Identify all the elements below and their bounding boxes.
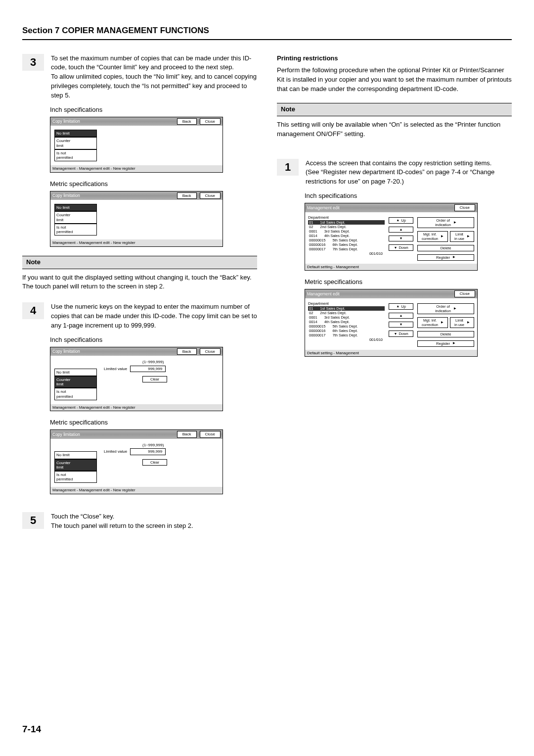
register-button[interactable]: Register [417,254,474,261]
limit-in-use-button[interactable]: Limit in use [450,231,474,242]
limited-value-label: Limited value [104,449,127,454]
section-header: Section 7 COPIER MANAGEMENT FUNCTIONS [22,25,512,40]
step-4: 4 Use the numeric keys on the keypad to … [22,302,257,331]
close-button[interactable]: Close [200,431,221,438]
close-button[interactable]: Close [454,204,475,211]
metric-spec-label: Metric specifications [50,418,257,427]
table-row[interactable]: 00144th Sales Dept. [308,234,385,238]
note-heading: Note [22,256,257,269]
step-3: 3 To set the maximum number of copies th… [22,54,257,100]
up-button[interactable]: ▲Up [389,217,413,224]
up-triangle-icon: ▲ [400,228,403,232]
counter-limit-option[interactable]: Counter limit [54,376,97,388]
up-button[interactable]: ▲Up [389,303,413,310]
down-button[interactable]: ▼Down [389,331,413,337]
step-1: 1 Access the screen that contains the co… [277,159,512,187]
table-row[interactable]: 000000155th Sales Dept. [308,238,385,242]
limit-in-use-button[interactable]: Limit in use [450,317,474,328]
panel-header: Copy limitation Back Close [50,191,222,200]
table-row[interactable]: 000000177th Sales Dept. [308,247,385,251]
no-limit-option[interactable]: No limit [54,204,97,211]
panel-breadcrumb: Management - Management edit - New regis… [50,165,222,172]
no-limit-option[interactable]: No limit [54,130,97,137]
back-button[interactable]: Back [177,431,197,438]
table-row[interactable]: 000000166th Sales Dept. [308,242,385,247]
up-triangle-icon: ▲ [400,314,403,318]
down-button[interactable]: ▼Down [389,244,413,251]
back-button[interactable]: Back [177,348,197,355]
panel-title: Copy limitation [52,432,174,437]
register-button[interactable]: Register [417,340,474,347]
panel-title: Copy limitation [52,193,174,198]
clear-button[interactable]: Clear [142,376,167,382]
back-button[interactable]: Back [177,118,197,125]
not-permitted-option[interactable]: Is not permitted [54,224,97,236]
up-triangle-icon: ▲ [396,218,400,222]
step-text: Use the numeric keys on the keypad to en… [51,302,257,331]
up-triangle-icon: ▲ [396,304,400,308]
table-row[interactable]: 011st Sales Dept. [308,306,385,311]
inch-spec-label: Inch specifications [305,191,512,201]
scroll-down-button[interactable]: ▼ [389,236,413,241]
close-button[interactable]: Close [200,192,221,199]
panel-breadcrumb: Management - Management edit - New regis… [50,239,222,246]
panel-header: Management edit Close [305,203,477,212]
down-triangle-icon: ▼ [400,236,403,240]
not-permitted-option[interactable]: Is not permitted [54,388,97,400]
panel-header: Copy limitation Back Close [50,347,222,356]
table-row[interactable]: 022nd Sales Dept. [308,311,385,315]
step-number: 4 [22,302,44,319]
back-button[interactable]: Back [177,192,197,199]
panel-title: Management edit [307,291,451,296]
panel-title: Copy limitation [52,119,174,124]
scroll-down-button[interactable]: ▼ [389,322,413,328]
limited-value-label: Limited value [104,367,127,372]
range-label: (1~999,999) [142,360,219,365]
department-list: Department 011st Sales Dept. 022nd Sales… [308,301,385,347]
table-row[interactable]: 00144th Sales Dept. [308,320,385,324]
printing-restrictions-intro: Perform the following procedure when the… [277,66,512,94]
panel-breadcrumb: Management - Management edit - New regis… [50,404,222,411]
close-button[interactable]: Close [454,290,475,297]
department-list: Department 011st Sales Dept. 022nd Sales… [308,215,385,261]
page-counter: 001/010 [308,251,385,257]
counter-limit-option[interactable]: Counter limit [54,211,97,223]
close-button[interactable]: Close [200,118,221,125]
limited-value-input[interactable]: 999,999 [130,366,166,373]
table-row[interactable]: 022nd Sales Dept. [308,225,385,229]
down-triangle-icon: ▼ [400,323,403,327]
close-button[interactable]: Close [200,348,221,355]
option-list: No limit Counter limit Is not permitted [54,204,97,236]
counter-limit-option[interactable]: Counter limit [54,137,97,149]
table-row[interactable]: 011st Sales Dept. [308,220,385,225]
mgt-inf-correction-button[interactable]: Mgt. Inf. correction [417,231,448,242]
panel-breadcrumb: Default setting - Management [305,350,477,357]
counter-limit-option[interactable]: Counter limit [54,459,97,471]
table-row[interactable]: 000000166th Sales Dept. [308,329,385,333]
option-list: No limit Counter limit Is not permitted [54,130,97,161]
limited-value-input[interactable]: 999,999 [130,448,166,455]
delete-button[interactable]: Delete [417,245,474,251]
no-limit-option[interactable]: No limit [54,451,97,459]
table-row[interactable]: 00013rd Sales Dept. [308,229,385,234]
order-indication-button[interactable]: Order of indication [417,303,474,314]
department-heading: Department [308,301,385,306]
copy-limitation-panel-inch-2: Copy limitation Back Close (1~999,999) N… [50,347,223,412]
table-row[interactable]: 000000155th Sales Dept. [308,324,385,329]
step-5: 5 Touch the “Close” key. The touch panel… [22,512,257,531]
panel-breadcrumb: Default setting - Management [305,264,477,271]
table-row[interactable]: 000000177th Sales Dept. [308,333,385,337]
order-indication-button[interactable]: Order of indication [417,217,474,228]
clear-button[interactable]: Clear [142,459,167,466]
not-permitted-option[interactable]: Is not permitted [54,149,97,161]
scroll-up-button[interactable]: ▲ [389,227,413,233]
note-text: This setting will only be available when… [277,120,512,139]
table-row[interactable]: 00013rd Sales Dept. [308,315,385,320]
inch-spec-label: Inch specifications [50,335,257,345]
metric-spec-label: Metric specifications [50,180,257,189]
mgt-inf-correction-button[interactable]: Mgt. Inf. correction [417,317,448,328]
not-permitted-option[interactable]: Is not permitted [54,471,97,483]
delete-button[interactable]: Delete [417,331,474,337]
scroll-up-button[interactable]: ▲ [389,313,413,319]
no-limit-option[interactable]: No limit [54,369,97,376]
